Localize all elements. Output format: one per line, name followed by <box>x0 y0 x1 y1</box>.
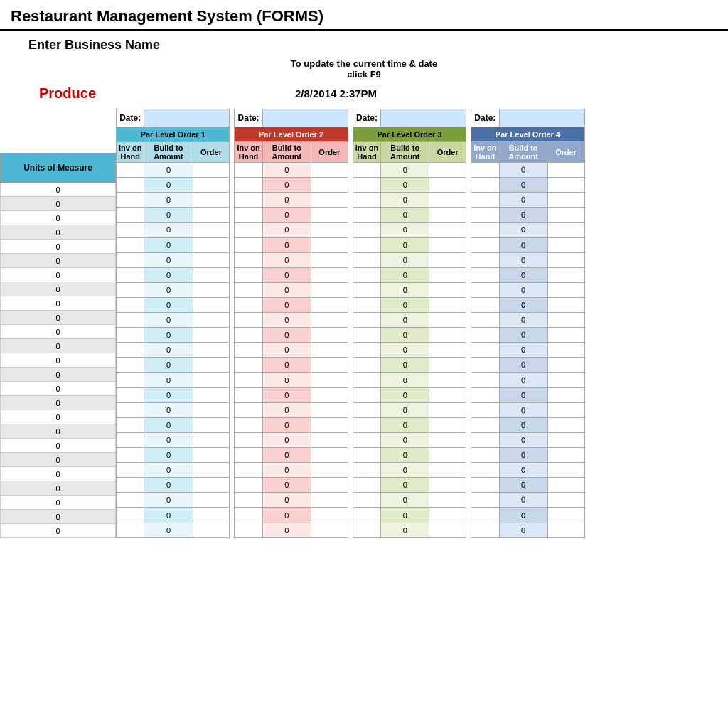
build-to-amount-cell[interactable]: 0 <box>499 162 547 177</box>
order-cell[interactable] <box>429 448 466 463</box>
build-to-amount-cell[interactable]: 0 <box>381 523 429 537</box>
inv-on-hand-cell[interactable] <box>235 282 262 297</box>
build-to-amount-cell[interactable]: 0 <box>144 508 193 523</box>
order-cell[interactable] <box>193 508 230 523</box>
order-cell[interactable] <box>193 252 230 267</box>
uom-cell[interactable]: 0 <box>0 439 116 453</box>
inv-on-hand-cell[interactable] <box>353 463 380 478</box>
order-cell[interactable] <box>311 313 348 328</box>
build-to-amount-cell[interactable]: 0 <box>499 508 547 523</box>
inv-on-hand-cell[interactable] <box>235 162 262 177</box>
build-to-amount-cell[interactable]: 0 <box>144 432 193 447</box>
build-to-amount-cell[interactable]: 0 <box>499 373 547 387</box>
inv-on-hand-cell[interactable] <box>235 478 262 493</box>
build-to-amount-cell[interactable]: 0 <box>499 297 547 312</box>
order-cell[interactable] <box>193 297 230 312</box>
inv-on-hand-cell[interactable] <box>471 237 499 252</box>
order-cell[interactable] <box>311 432 348 447</box>
order-cell[interactable] <box>547 373 584 387</box>
order-cell[interactable] <box>311 387 348 402</box>
build-to-amount-cell[interactable]: 0 <box>262 432 311 447</box>
build-to-amount-cell[interactable]: 0 <box>262 358 311 373</box>
build-to-amount-cell[interactable]: 0 <box>262 223 311 237</box>
order-cell[interactable] <box>547 508 584 523</box>
build-to-amount-cell[interactable]: 0 <box>381 402 429 417</box>
order-cell[interactable] <box>193 282 230 297</box>
uom-cell[interactable]: 0 <box>0 197 116 211</box>
inv-on-hand-cell[interactable] <box>353 162 380 177</box>
order-cell[interactable] <box>193 178 230 193</box>
inv-on-hand-cell[interactable] <box>117 252 144 267</box>
inv-on-hand-cell[interactable] <box>471 162 499 177</box>
inv-on-hand-cell[interactable] <box>353 208 380 223</box>
build-to-amount-cell[interactable]: 0 <box>381 417 429 432</box>
inv-on-hand-cell[interactable] <box>471 208 499 223</box>
order-cell[interactable] <box>547 223 584 237</box>
inv-on-hand-cell[interactable] <box>117 162 144 177</box>
build-to-amount-cell[interactable]: 0 <box>499 478 547 493</box>
order-cell[interactable] <box>311 402 348 417</box>
build-to-amount-cell[interactable]: 0 <box>381 162 429 177</box>
order-cell[interactable] <box>429 208 466 223</box>
inv-on-hand-cell[interactable] <box>471 178 499 193</box>
order-cell[interactable] <box>429 478 466 493</box>
order-cell[interactable] <box>429 193 466 208</box>
build-to-amount-cell[interactable]: 0 <box>499 448 547 463</box>
build-to-amount-cell[interactable]: 0 <box>262 463 311 478</box>
order-cell[interactable] <box>311 343 348 358</box>
uom-cell[interactable]: 0 <box>0 296 116 311</box>
inv-on-hand-cell[interactable] <box>471 402 499 417</box>
inv-on-hand-cell[interactable] <box>117 358 144 373</box>
date-input-1[interactable] <box>144 109 230 127</box>
build-to-amount-cell[interactable]: 0 <box>144 313 193 328</box>
inv-on-hand-cell[interactable] <box>117 237 144 252</box>
order-cell[interactable] <box>193 193 230 208</box>
inv-on-hand-cell[interactable] <box>117 448 144 463</box>
inv-on-hand-cell[interactable] <box>235 508 262 523</box>
build-to-amount-cell[interactable]: 0 <box>144 297 193 312</box>
inv-on-hand-cell[interactable] <box>235 523 262 537</box>
build-to-amount-cell[interactable]: 0 <box>144 267 193 282</box>
build-to-amount-cell[interactable]: 0 <box>262 193 311 208</box>
build-to-amount-cell[interactable]: 0 <box>144 343 193 358</box>
build-to-amount-cell[interactable]: 0 <box>262 387 311 402</box>
build-to-amount-cell[interactable]: 0 <box>381 193 429 208</box>
order-cell[interactable] <box>429 237 466 252</box>
inv-on-hand-cell[interactable] <box>471 432 499 447</box>
inv-on-hand-cell[interactable] <box>471 417 499 432</box>
build-to-amount-cell[interactable]: 0 <box>381 297 429 312</box>
order-cell[interactable] <box>429 328 466 343</box>
inv-on-hand-cell[interactable] <box>353 313 380 328</box>
inv-on-hand-cell[interactable] <box>471 313 499 328</box>
order-cell[interactable] <box>547 402 584 417</box>
inv-on-hand-cell[interactable] <box>353 297 380 312</box>
inv-on-hand-cell[interactable] <box>235 223 262 237</box>
inv-on-hand-cell[interactable] <box>235 208 262 223</box>
order-cell[interactable] <box>429 417 466 432</box>
inv-on-hand-cell[interactable] <box>353 358 380 373</box>
inv-on-hand-cell[interactable] <box>353 417 380 432</box>
uom-cell[interactable]: 0 <box>0 311 116 325</box>
build-to-amount-cell[interactable]: 0 <box>262 252 311 267</box>
order-cell[interactable] <box>311 508 348 523</box>
build-to-amount-cell[interactable]: 0 <box>381 313 429 328</box>
order-cell[interactable] <box>547 237 584 252</box>
inv-on-hand-cell[interactable] <box>117 343 144 358</box>
inv-on-hand-cell[interactable] <box>235 493 262 508</box>
build-to-amount-cell[interactable]: 0 <box>262 508 311 523</box>
order-cell[interactable] <box>429 373 466 387</box>
inv-on-hand-cell[interactable] <box>235 237 262 252</box>
inv-on-hand-cell[interactable] <box>117 463 144 478</box>
build-to-amount-cell[interactable]: 0 <box>381 267 429 282</box>
build-to-amount-cell[interactable]: 0 <box>381 328 429 343</box>
inv-on-hand-cell[interactable] <box>353 432 380 447</box>
order-cell[interactable] <box>311 328 348 343</box>
order-cell[interactable] <box>429 508 466 523</box>
order-cell[interactable] <box>429 358 466 373</box>
inv-on-hand-cell[interactable] <box>117 193 144 208</box>
inv-on-hand-cell[interactable] <box>235 448 262 463</box>
build-to-amount-cell[interactable]: 0 <box>144 523 193 537</box>
build-to-amount-cell[interactable]: 0 <box>144 373 193 387</box>
order-cell[interactable] <box>547 267 584 282</box>
build-to-amount-cell[interactable]: 0 <box>499 208 547 223</box>
